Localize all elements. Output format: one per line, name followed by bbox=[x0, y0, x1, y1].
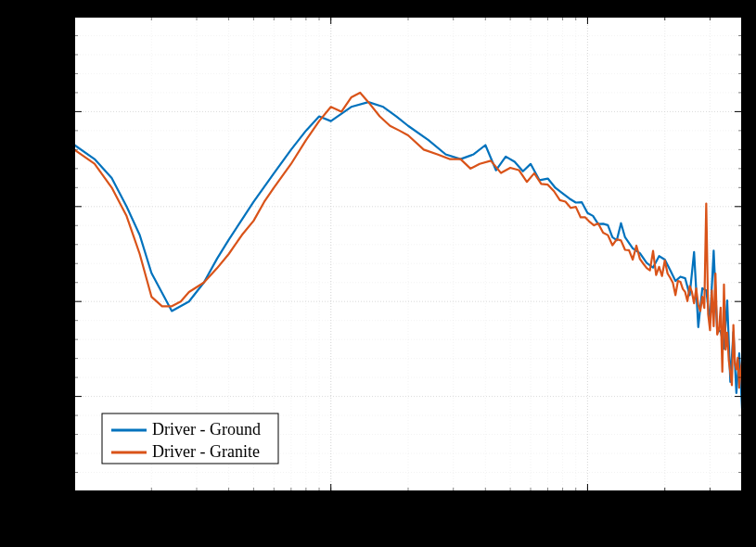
legend-label: Driver - Granite bbox=[152, 442, 260, 461]
line-chart: Driver - GroundDriver - Granite bbox=[0, 0, 756, 547]
chart-container: Driver - GroundDriver - Granite bbox=[0, 0, 756, 547]
legend-label: Driver - Ground bbox=[152, 420, 261, 439]
legend: Driver - GroundDriver - Granite bbox=[102, 413, 278, 464]
